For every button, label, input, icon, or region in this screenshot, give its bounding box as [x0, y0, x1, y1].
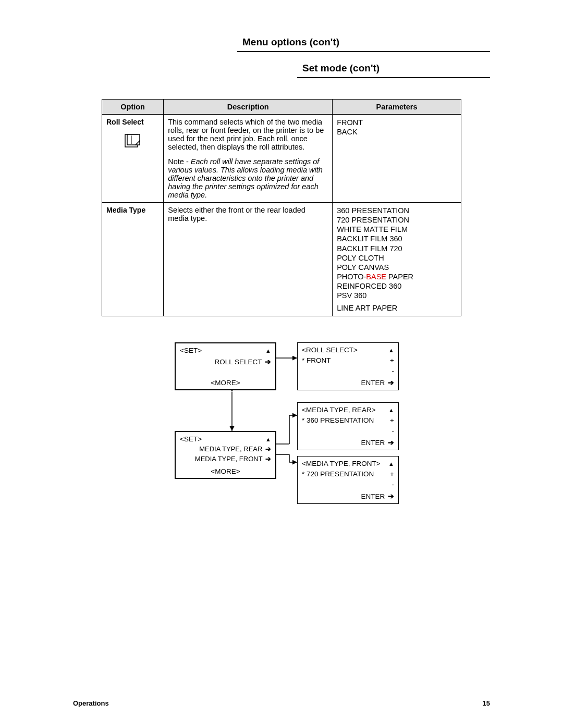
cell-parameters: 360 PRESENTATION 720 PRESENTATION WHITE … [333, 203, 461, 316]
param-item: WHITE MATTE FILM [337, 225, 457, 234]
option-label: Media Type [106, 206, 145, 214]
note-text: Note - Each roll will have separate sett… [168, 157, 328, 199]
page: Menu options (con't) Set mode (con't) Op… [0, 0, 563, 728]
menu-box-set-roll: <SET> ROLL SELECT <MORE> [175, 342, 276, 390]
cell-option: Media Type [102, 203, 164, 316]
box-label: <MORE> [211, 466, 240, 477]
menu-box-roll-select: <ROLL SELECT> * FRONT+ - ENTER [297, 342, 399, 390]
table-header-row: Option Description Parameters [102, 100, 461, 115]
param-item: POLY CLOTH [337, 253, 457, 263]
param-item: LINE ART PAPER [337, 303, 457, 313]
arrow-right-icon [387, 379, 394, 387]
box-label: MEDIA TYPE, FRONT [195, 455, 263, 463]
menu-box-set-media: <SET> MEDIA TYPE, REAR MEDIA TYPE, FRONT… [175, 431, 276, 479]
note-icon [124, 133, 142, 148]
param-item: REINFORCED 360 [337, 281, 457, 291]
heading-set-mode: Set mode (con't) [297, 63, 490, 78]
box-label: <MORE> [211, 378, 240, 388]
plus-label: + [390, 469, 394, 479]
cell-option: Roll Select [102, 115, 164, 203]
cell-parameters: FRONT BACK [333, 115, 461, 203]
connectors [102, 342, 461, 509]
th-parameters: Parameters [333, 100, 461, 115]
option-label: Roll Select [106, 118, 144, 126]
options-table: Option Description Parameters Roll Selec… [102, 99, 461, 316]
box-label: <ROLL SELECT> [302, 345, 358, 355]
th-description: Description [164, 100, 333, 115]
up-triangle-icon [388, 459, 394, 469]
arrow-right-icon [387, 492, 394, 500]
description-text: Selects either the front or the rear loa… [168, 206, 328, 223]
param-item: BACKLIT FILM 360 [337, 234, 457, 243]
box-label: <SET> [180, 434, 202, 445]
heading-menu-options: Menu options (con't) [237, 36, 490, 52]
th-option: Option [102, 100, 164, 115]
plus-label: + [390, 415, 394, 426]
description-text: This command selects which of the two me… [168, 118, 328, 151]
minus-label: - [392, 366, 395, 376]
page-footer: Operations 15 [73, 699, 490, 707]
param-item: POLY CANVAS [337, 263, 457, 272]
box-label: <SET> [180, 346, 202, 356]
minus-label: - [392, 426, 395, 436]
param-item: PHOTO-BASE PAPER [337, 272, 457, 281]
box-label: <MEDIA TYPE, FRONT> [302, 459, 381, 469]
footer-page-number: 15 [483, 699, 490, 707]
up-triangle-icon [265, 346, 271, 356]
enter-label: ENTER [361, 379, 385, 387]
param-item: FRONT [337, 118, 457, 127]
arrow-right-icon [264, 358, 271, 366]
table-row: Roll Select This command selects which o… [102, 115, 461, 203]
footer-section: Operations [73, 699, 109, 707]
arrow-right-icon [264, 455, 271, 463]
box-label: * FRONT [302, 355, 331, 366]
menu-diagram: <SET> ROLL SELECT <MORE> <ROLL SELECT> *… [102, 342, 461, 509]
cell-description: Selects either the front or the rear loa… [164, 203, 333, 316]
param-item: 720 PRESENTATION [337, 215, 457, 225]
box-label: * 720 PRESENTATION [302, 469, 374, 479]
box-label: <MEDIA TYPE, REAR> [302, 405, 376, 415]
up-triangle-icon [388, 405, 394, 415]
minus-label: - [392, 479, 395, 490]
arrow-right-icon [387, 439, 394, 447]
box-label: * 360 PRESENTATION [302, 415, 374, 426]
param-item: 360 PRESENTATION [337, 206, 457, 215]
arrow-right-icon [264, 445, 271, 453]
enter-label: ENTER [361, 439, 385, 447]
menu-box-media-front: <MEDIA TYPE, FRONT> * 720 PRESENTATION+ … [297, 456, 399, 504]
table-row: Media Type Selects either the front or t… [102, 203, 461, 316]
title-block: Menu options (con't) Set mode (con't) [237, 36, 490, 78]
param-item: PSV 360 [337, 291, 457, 300]
menu-box-media-rear: <MEDIA TYPE, REAR> * 360 PRESENTATION+ -… [297, 402, 399, 450]
box-label: MEDIA TYPE, REAR [199, 445, 262, 453]
box-label: ROLL SELECT [214, 358, 262, 366]
up-triangle-icon [265, 434, 271, 445]
cell-description: This command selects which of the two me… [164, 115, 333, 203]
plus-label: + [390, 355, 394, 366]
param-item: BACKLIT FILM 720 [337, 244, 457, 253]
param-item: BACK [337, 127, 457, 137]
enter-label: ENTER [361, 492, 385, 500]
up-triangle-icon [388, 345, 394, 355]
